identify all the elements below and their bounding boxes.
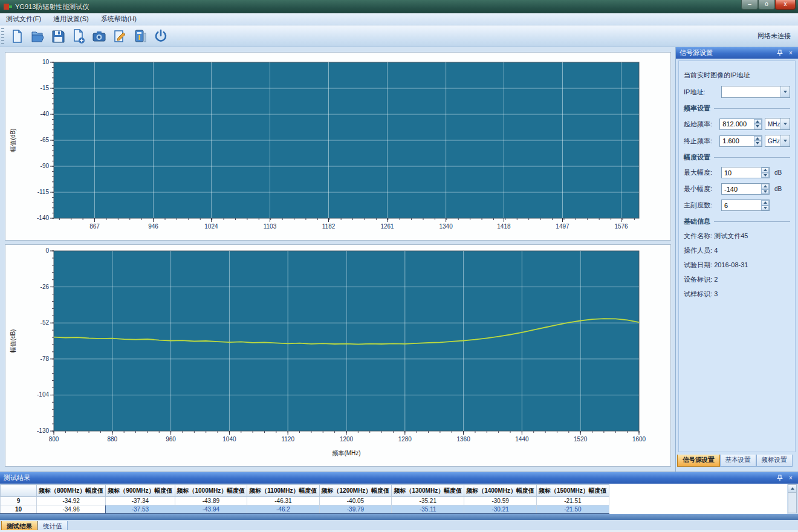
table-cell[interactable]: -34.92 bbox=[37, 497, 106, 505]
application-window: YG913防辐射性能测试仪 – o x 测试文件(F) 通用设置(S) 系统帮助… bbox=[0, 0, 798, 532]
start-freq-stepper[interactable] bbox=[754, 119, 762, 129]
instrument-panel-button[interactable] bbox=[130, 27, 151, 46]
column-header[interactable]: 频标（1100MHz）幅度值 bbox=[247, 485, 319, 497]
app-icon bbox=[4, 3, 12, 10]
svg-text:-90: -90 bbox=[41, 163, 50, 169]
max-amp-stepper[interactable] bbox=[761, 167, 769, 178]
row-header[interactable]: 10 bbox=[1, 505, 37, 514]
min-amp-stepper[interactable] bbox=[761, 184, 769, 194]
open-file-button[interactable] bbox=[27, 27, 48, 46]
table-cell[interactable]: -34.96 bbox=[37, 505, 106, 514]
svg-text:-15: -15 bbox=[41, 85, 50, 91]
table-cell[interactable]: -30.59 bbox=[464, 497, 537, 505]
svg-text:1340: 1340 bbox=[439, 223, 453, 230]
start-freq-unit-select[interactable]: MHz bbox=[765, 118, 790, 130]
column-header[interactable] bbox=[1, 485, 37, 497]
svg-text:0: 0 bbox=[45, 247, 49, 254]
info-file-name: 文件名称: 测试文件45 bbox=[684, 232, 790, 241]
table-cell[interactable]: -21.50 bbox=[537, 505, 609, 514]
table-cell[interactable]: -35.21 bbox=[392, 497, 464, 505]
toolbar: 网络未连接 bbox=[0, 25, 798, 47]
pin-icon[interactable] bbox=[776, 50, 783, 57]
min-amp-label: 最小幅度: bbox=[684, 184, 719, 193]
top-chart-panel: 8679461024110311821261134014181497157610… bbox=[5, 52, 671, 241]
edit-report-button[interactable] bbox=[109, 27, 130, 46]
results-dock-header: 测试结果 × bbox=[0, 472, 798, 484]
signal-dock-title: 信号源设置 bbox=[680, 48, 713, 57]
export-report-button[interactable] bbox=[68, 27, 89, 46]
results-table-container: 频标（800MHz）幅度值频标（900MHz）幅度值频标（1000MHz）幅度值… bbox=[0, 484, 787, 514]
tab-basic-settings[interactable]: 基本设置 bbox=[720, 455, 756, 467]
svg-text:867: 867 bbox=[89, 223, 100, 230]
tab-signal-source[interactable]: 信号源设置 bbox=[677, 455, 720, 467]
svg-text:-78: -78 bbox=[41, 355, 50, 362]
table-cell[interactable]: -46.2 bbox=[247, 505, 319, 514]
svg-text:-130: -130 bbox=[37, 427, 49, 434]
stop-freq-unit-select[interactable]: GHz bbox=[765, 135, 790, 147]
minimize-button[interactable]: – bbox=[741, 0, 758, 10]
network-status: 网络未连接 bbox=[757, 31, 798, 41]
results-scrollbar[interactable] bbox=[788, 484, 797, 513]
menu-general-settings[interactable]: 通用设置(S) bbox=[47, 13, 95, 25]
table-row[interactable]: 9-34.92-37.34-43.89-46.31-40.05-35.21-30… bbox=[1, 497, 609, 505]
stop-freq-stepper[interactable] bbox=[754, 136, 762, 146]
charts-area: 8679461024110311821261134014181497157610… bbox=[0, 47, 675, 472]
menu-system-help[interactable]: 系统帮助(H) bbox=[95, 13, 143, 25]
instrument-panel-icon bbox=[132, 28, 148, 44]
tab-marker-settings[interactable]: 频标设置 bbox=[756, 455, 793, 467]
max-amp-label: 最大幅度: bbox=[684, 168, 719, 177]
start-freq-unit: MHz bbox=[765, 121, 780, 128]
column-header[interactable]: 频标（1200MHz）幅度值 bbox=[319, 485, 392, 497]
table-cell[interactable]: -37.34 bbox=[106, 497, 175, 505]
divisions-stepper[interactable] bbox=[761, 200, 769, 210]
info-sample-id: 试样标识: 3 bbox=[684, 290, 790, 299]
column-header[interactable]: 频标（1300MHz）幅度值 bbox=[392, 485, 464, 497]
row-header[interactable]: 9 bbox=[1, 497, 37, 505]
svg-text:1600: 1600 bbox=[632, 436, 646, 443]
column-header[interactable]: 频标（900MHz）幅度值 bbox=[106, 485, 175, 497]
scroll-up-icon[interactable] bbox=[788, 485, 796, 493]
signal-source-dock: 信号源设置 × 当前实时图像的IP地址 IP地址: 频率设置 起始 bbox=[675, 47, 798, 472]
svg-text:1040: 1040 bbox=[222, 436, 236, 443]
table-cell[interactable]: -37.53 bbox=[106, 505, 175, 514]
table-cell[interactable]: -43.94 bbox=[175, 505, 247, 514]
column-header[interactable]: 频标（800MHz）幅度值 bbox=[37, 485, 106, 497]
close-button[interactable]: x bbox=[775, 0, 796, 10]
table-cell[interactable]: -40.05 bbox=[319, 497, 392, 505]
dock-close-icon[interactable]: × bbox=[787, 50, 794, 56]
svg-text:960: 960 bbox=[166, 436, 176, 443]
ip-address-select[interactable] bbox=[721, 86, 790, 98]
stop-freq-unit: GHz bbox=[765, 138, 780, 144]
svg-text:-115: -115 bbox=[37, 189, 50, 195]
svg-text:1120: 1120 bbox=[281, 436, 294, 443]
power-button[interactable] bbox=[151, 27, 171, 46]
divisions-label: 主刻度数: bbox=[684, 201, 719, 210]
signal-dock-header: 信号源设置 × bbox=[676, 47, 798, 59]
column-header[interactable]: 频标（1400MHz）幅度值 bbox=[464, 485, 537, 497]
table-cell[interactable]: -39.79 bbox=[319, 505, 392, 514]
svg-text:幅值(dB): 幅值(dB) bbox=[10, 129, 16, 152]
column-header[interactable]: 频标（1500MHz）幅度值 bbox=[537, 485, 609, 497]
table-row[interactable]: 10-34.96-37.53-43.94-46.2-39.79-35.11-30… bbox=[1, 505, 609, 514]
stop-freq-label: 终止频率: bbox=[684, 137, 717, 146]
svg-text:1280: 1280 bbox=[398, 436, 412, 443]
dock-close-icon[interactable]: × bbox=[787, 475, 794, 481]
table-cell[interactable]: -46.31 bbox=[247, 497, 319, 505]
freq-section-caption: 频率设置 bbox=[684, 104, 790, 113]
results-hscroll-strip[interactable] bbox=[0, 514, 798, 520]
toolbar-grip[interactable] bbox=[1, 28, 4, 45]
table-cell[interactable]: -43.89 bbox=[175, 497, 247, 505]
menu-test-file[interactable]: 测试文件(F) bbox=[0, 13, 47, 25]
table-cell[interactable]: -30.21 bbox=[464, 505, 537, 514]
table-cell[interactable]: -35.11 bbox=[392, 505, 464, 514]
column-header[interactable]: 频标（1000MHz）幅度值 bbox=[175, 485, 247, 497]
save-button[interactable] bbox=[48, 27, 68, 46]
svg-text:800: 800 bbox=[49, 436, 59, 443]
svg-text:-40: -40 bbox=[41, 111, 50, 117]
svg-text:1418: 1418 bbox=[497, 223, 511, 230]
pin-icon[interactable] bbox=[776, 475, 783, 482]
table-cell[interactable]: -21.51 bbox=[537, 497, 609, 505]
screenshot-button[interactable] bbox=[89, 27, 109, 46]
maximize-button[interactable]: o bbox=[758, 0, 775, 10]
new-file-button[interactable] bbox=[7, 27, 27, 46]
